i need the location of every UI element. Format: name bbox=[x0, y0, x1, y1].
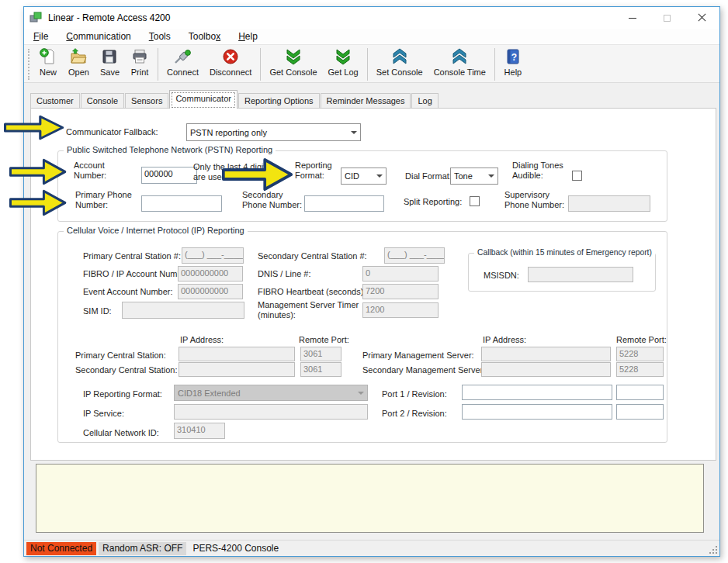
tab-console[interactable]: Console bbox=[81, 93, 124, 109]
primary-central-station-ip-field bbox=[179, 347, 295, 361]
chevron-down-icon bbox=[355, 385, 367, 400]
dial-format-select[interactable]: Tone bbox=[450, 168, 498, 185]
fibro-ip-account-field: 0000000000 bbox=[178, 266, 243, 282]
cellular-group-title: Cellular Voice / Internet Protocol (IP) … bbox=[64, 226, 248, 235]
new-icon bbox=[39, 47, 57, 66]
ip-address-header-left: IP Address: bbox=[180, 335, 224, 345]
annotation-arrow-communicator-fallback bbox=[4, 115, 64, 140]
sim-id-label: SIM ID: bbox=[83, 306, 112, 316]
secondary-mgmt-server-label: Secondary Management Server: bbox=[362, 365, 485, 375]
download-arrow-icon bbox=[284, 47, 303, 66]
account-number-field[interactable]: 000000 bbox=[141, 167, 197, 184]
connect-icon bbox=[173, 47, 192, 66]
annotation-arrow-account-number bbox=[9, 158, 67, 185]
tab-reporting-options[interactable]: Reporting Options bbox=[238, 93, 320, 109]
tab-customer[interactable]: Customer bbox=[30, 93, 80, 109]
menu-help[interactable]: Help bbox=[233, 29, 263, 43]
mgmt-server-timer-field: 1200 bbox=[362, 302, 439, 318]
cellular-network-id-label: Cellular Network ID: bbox=[83, 428, 159, 438]
menu-tools[interactable]: Tools bbox=[144, 29, 176, 43]
tab-reminder-messages[interactable]: Reminder Messages bbox=[321, 93, 411, 109]
asr-status-badge: Random ASR: OFF bbox=[99, 542, 186, 555]
minimize-button[interactable] bbox=[615, 7, 650, 29]
open-button[interactable]: Open bbox=[63, 47, 95, 78]
tab-communicator[interactable]: Communicator bbox=[169, 90, 237, 109]
disconnect-icon bbox=[221, 47, 240, 66]
tab-sensors[interactable]: Sensors bbox=[125, 93, 168, 109]
help-button[interactable]: ? Help bbox=[498, 47, 528, 78]
primary-central-station-port-field: 3061 bbox=[300, 347, 341, 361]
secondary-central-station-num-field: (___) ___-____ bbox=[384, 247, 445, 264]
fibro-heartbeat-field: 7200 bbox=[362, 284, 439, 299]
secondary-phone-label: Secondary Phone Number: bbox=[242, 190, 302, 210]
get-log-button[interactable]: Get Log bbox=[323, 47, 364, 78]
close-button[interactable] bbox=[685, 7, 719, 29]
primary-central-station-label: Primary Central Station: bbox=[75, 351, 166, 361]
tab-log[interactable]: Log bbox=[411, 93, 438, 109]
chevron-down-icon bbox=[373, 168, 386, 184]
communicator-fallback-select[interactable]: PSTN reporting only bbox=[186, 123, 361, 141]
maximize-icon bbox=[664, 15, 671, 22]
set-console-button[interactable]: Set Console bbox=[371, 47, 428, 78]
communicator-fallback-label: Communicator Fallback: bbox=[66, 127, 158, 137]
ip-service-field bbox=[174, 404, 368, 420]
secondary-phone-field[interactable] bbox=[304, 195, 384, 212]
account-number-label: Account Number: bbox=[74, 161, 106, 181]
port2-revision-label: Port 2 / Revision: bbox=[382, 409, 447, 419]
chevron-down-icon bbox=[348, 124, 360, 140]
app-icon bbox=[29, 12, 42, 24]
annotation-arrow-reporting-format bbox=[222, 157, 293, 192]
disconnect-button[interactable]: Disconnect bbox=[204, 47, 257, 78]
toolbar-separator bbox=[260, 48, 261, 81]
toolbar-separator bbox=[494, 48, 495, 81]
save-icon bbox=[100, 47, 119, 66]
upload-arrow-icon bbox=[390, 47, 409, 66]
window-title: Linear - Remote Access 4200 bbox=[48, 12, 170, 23]
maximize-button[interactable] bbox=[650, 7, 685, 29]
dialing-tones-checkbox[interactable] bbox=[572, 171, 582, 181]
toolbar-grip[interactable] bbox=[28, 49, 29, 80]
port1-revision-field[interactable] bbox=[616, 385, 664, 400]
sim-id-field bbox=[122, 302, 244, 319]
menu-communication[interactable]: Communication bbox=[61, 29, 136, 43]
communicator-tab-panel: Communicator Fallback: PSTN reporting on… bbox=[30, 108, 716, 461]
callback-group-title: Callback (within 15 minutes of Emergency… bbox=[474, 248, 655, 257]
print-button[interactable]: Print bbox=[125, 47, 154, 78]
toolbar: New Open Save bbox=[24, 44, 719, 83]
print-icon bbox=[130, 47, 149, 66]
msisdn-field bbox=[528, 267, 633, 282]
title-bar[interactable]: Linear - Remote Access 4200 bbox=[24, 7, 719, 29]
primary-phone-field[interactable] bbox=[141, 195, 222, 212]
ip-service-label: IP Service: bbox=[83, 409, 124, 419]
chevron-down-icon bbox=[485, 168, 497, 184]
new-button[interactable]: New bbox=[33, 47, 63, 78]
primary-central-station-num-field: (___) ___-____ bbox=[182, 247, 244, 264]
cellular-network-id-field: 310410 bbox=[174, 423, 225, 439]
fibro-ip-account-label: FIBRO / IP Account Number: bbox=[83, 269, 192, 279]
notes-area[interactable] bbox=[36, 464, 704, 533]
secondary-central-station-num-label: Secondary Central Station #: bbox=[258, 251, 367, 261]
primary-mgmt-server-label: Primary Management Server: bbox=[362, 351, 474, 361]
communicator-fallback-value: PSTN reporting only bbox=[190, 128, 348, 137]
save-button[interactable]: Save bbox=[95, 47, 125, 78]
secondary-mgmt-server-ip-field bbox=[481, 362, 611, 377]
port2-field[interactable] bbox=[462, 404, 612, 420]
ip-reporting-format-label: IP Reporting Format: bbox=[83, 389, 162, 399]
menu-toolbox[interactable]: Toolbox bbox=[183, 29, 226, 43]
connect-button[interactable]: Connect bbox=[161, 47, 204, 78]
split-reporting-checkbox[interactable] bbox=[470, 196, 480, 206]
port1-field[interactable] bbox=[462, 385, 612, 400]
window-controls bbox=[615, 7, 719, 29]
menu-file[interactable]: File bbox=[28, 29, 54, 43]
console-time-button[interactable]: Console Time bbox=[428, 47, 491, 78]
dnis-line-field: 0 bbox=[362, 266, 439, 282]
primary-mgmt-server-port-field: 5228 bbox=[616, 347, 664, 361]
toolbar-separator bbox=[158, 48, 158, 81]
app-window: Linear - Remote Access 4200 File Communi… bbox=[23, 6, 720, 557]
get-console-button[interactable]: Get Console bbox=[264, 47, 322, 78]
event-account-field: 0000000000 bbox=[178, 284, 243, 299]
reporting-format-select[interactable]: CID bbox=[341, 168, 387, 185]
annotation-arrow-primary-phone bbox=[9, 189, 67, 216]
resize-grip[interactable] bbox=[709, 545, 718, 554]
port2-revision-field[interactable] bbox=[616, 404, 664, 420]
